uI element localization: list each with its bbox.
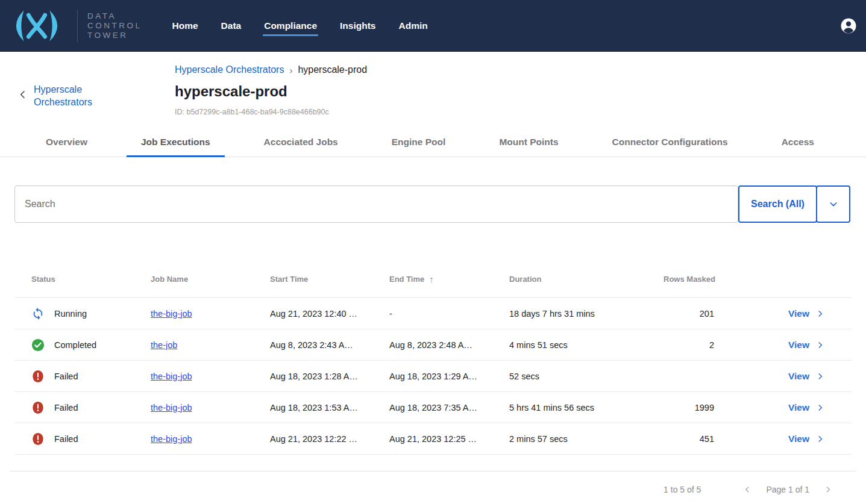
search-input[interactable] [14, 185, 738, 223]
job-name-link[interactable]: the-big-job [151, 403, 192, 412]
tab-bar: Overview Job Executions Accociated Jobs … [0, 131, 866, 157]
logo-divider [77, 10, 78, 42]
status-label: Running [54, 309, 87, 319]
end-time: Aug 8, 2023 2:48 A… [389, 340, 509, 350]
view-link[interactable]: View [788, 402, 824, 413]
table-row: Failed the-big-job Aug 18, 2023 1:53 A… … [14, 392, 852, 423]
view-label: View [788, 340, 809, 350]
view-label: View [788, 308, 809, 319]
breadcrumb-parent-link[interactable]: Hyperscale Orchestrators [175, 64, 284, 75]
breadcrumb-separator-icon: › [289, 65, 292, 75]
end-time: Aug 18, 2023 1:29 A… [389, 372, 509, 381]
view-link[interactable]: View [788, 340, 824, 350]
page-header: Hyperscale Orchestrators › hyperscale-pr… [0, 52, 866, 116]
job-name-link[interactable]: the-big-job [151, 434, 192, 444]
chevron-right-icon [816, 435, 824, 443]
page-title: hyperscale-prod [175, 83, 866, 100]
nav-item-label: Home [172, 20, 198, 31]
view-link[interactable]: View [788, 434, 824, 444]
chevron-right-icon [816, 372, 824, 381]
logo-wordmark: DATA CONTROL TOWER [87, 11, 142, 40]
logo-line-3: TOWER [87, 31, 142, 40]
pagination-range: 1 to 5 of 5 [664, 485, 701, 494]
nav-item-data[interactable]: Data [220, 16, 243, 36]
tab-overview[interactable]: Overview [31, 131, 102, 157]
nav-item-label: Compliance [264, 20, 317, 31]
job-executions-table: Status Job Name Start Time End Time ↑ Du… [14, 270, 852, 455]
search-options-dropdown-button[interactable] [816, 185, 850, 223]
view-label: View [788, 434, 809, 444]
column-header-job-name[interactable]: Job Name [151, 275, 270, 284]
column-header-duration[interactable]: Duration [509, 275, 630, 284]
search-section: Search (All) [14, 185, 850, 223]
breadcrumb-current: hyperscale-prod [298, 64, 367, 75]
sort-asc-icon: ↑ [429, 274, 434, 284]
chevron-left-icon [18, 90, 28, 102]
nav-item-admin[interactable]: Admin [397, 16, 428, 36]
column-header-rows-masked[interactable]: Rows Masked [630, 275, 715, 284]
completed-check-icon [31, 338, 45, 352]
column-header-status[interactable]: Status [31, 275, 151, 284]
table-row: Completed the-job Aug 8, 2023 2:43 A… Au… [14, 329, 852, 361]
view-label: View [788, 402, 809, 413]
start-time: Aug 21, 2023 12:22 … [270, 434, 389, 444]
rows-masked: 2 [630, 340, 715, 350]
duration: 5 hrs 41 mins 56 secs [509, 403, 630, 412]
start-time: Aug 8, 2023 2:43 A… [270, 340, 389, 350]
status-label: Completed [54, 340, 96, 350]
tab-connector-configurations[interactable]: Connector Configurations [598, 131, 742, 157]
rows-masked: 451 [630, 434, 715, 444]
end-time: - [389, 309, 509, 319]
orchestrator-id: ID: b5d7299c-a8b1-468c-ba94-9c88e466b90c [175, 108, 866, 116]
nav-item-label: Admin [398, 20, 427, 31]
job-name-link[interactable]: the-job [151, 340, 177, 350]
failed-exclamation-icon [31, 432, 45, 446]
nav-item-compliance[interactable]: Compliance [263, 16, 318, 36]
nav-items: Home Data Compliance Insights Admin [171, 16, 429, 36]
table-row: Failed the-big-job Aug 18, 2023 1:28 A… … [14, 361, 852, 392]
tab-access[interactable]: Access [767, 131, 829, 157]
search-all-button[interactable]: Search (All) [738, 185, 817, 223]
duration: 2 mins 57 secs [509, 434, 630, 444]
tab-mount-points[interactable]: Mount Points [485, 131, 573, 157]
end-time: Aug 18, 2023 7:35 A… [389, 403, 509, 412]
table-header-row: Status Job Name Start Time End Time ↑ Du… [14, 270, 852, 288]
nav-item-insights[interactable]: Insights [339, 16, 377, 36]
job-name-link[interactable]: the-big-job [151, 309, 192, 319]
duration: 4 mins 51 secs [509, 340, 630, 350]
back-link[interactable]: Hyperscale Orchestrators [18, 83, 106, 108]
dct-logo-icon [8, 7, 65, 45]
chevron-right-icon [816, 341, 824, 349]
tab-engine-pool[interactable]: Engine Pool [377, 131, 460, 157]
previous-page-icon[interactable] [742, 484, 753, 495]
chevron-right-icon [816, 310, 824, 318]
duration: 18 days 7 hrs 31 mins [509, 309, 630, 319]
chevron-right-icon [816, 403, 824, 412]
view-link[interactable]: View [788, 371, 824, 382]
start-time: Aug 18, 2023 1:53 A… [270, 403, 389, 412]
view-link[interactable]: View [788, 308, 824, 319]
column-header-start-time[interactable]: Start Time [270, 275, 389, 284]
table-rows: Running the-big-job Aug 21, 2023 12:40 …… [14, 297, 852, 455]
rows-masked: 201 [630, 309, 715, 319]
tab-job-executions[interactable]: Job Executions [127, 131, 225, 157]
view-label: View [788, 371, 809, 382]
tab-accociated-jobs[interactable]: Accociated Jobs [249, 131, 353, 157]
running-sync-icon [31, 307, 45, 320]
next-page-icon[interactable] [823, 484, 833, 495]
status-label: Failed [54, 372, 78, 381]
job-name-link[interactable]: the-big-job [151, 372, 192, 381]
column-header-end-time[interactable]: End Time ↑ [389, 274, 509, 284]
table-row: Running the-big-job Aug 21, 2023 12:40 …… [14, 298, 852, 329]
account-circle-icon[interactable] [839, 17, 858, 35]
status-label: Failed [54, 434, 78, 444]
pagination: 1 to 5 of 5 Page 1 of 1 [0, 484, 833, 495]
nav-item-label: Insights [340, 20, 375, 31]
nav-item-home[interactable]: Home [171, 16, 199, 36]
pagination-page-label: Page 1 of 1 [766, 485, 809, 494]
duration: 52 secs [509, 372, 630, 381]
footer-divider [10, 471, 856, 471]
start-time: Aug 21, 2023 12:40 … [270, 309, 389, 319]
back-link-label: Hyperscale Orchestrators [34, 83, 106, 108]
top-navbar: DATA CONTROL TOWER Home Data Compliance … [0, 0, 866, 52]
